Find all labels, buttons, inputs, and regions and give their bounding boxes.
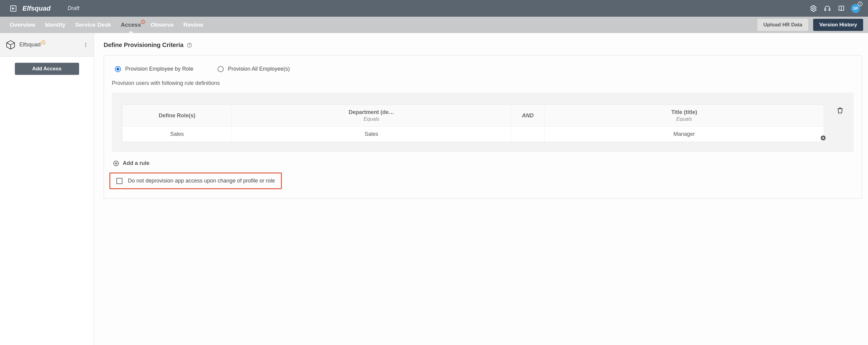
add-access-button[interactable]: Add Access — [15, 63, 79, 75]
col-header-and: AND — [511, 105, 544, 126]
svg-point-19 — [86, 46, 86, 47]
docs-book-icon[interactable] — [837, 4, 845, 13]
svg-point-16 — [43, 43, 44, 44]
help-icon[interactable] — [187, 43, 192, 48]
tab-identity[interactable]: Identity — [45, 17, 66, 33]
col-header-title: Title (title) Equals — [544, 105, 824, 126]
svg-point-17 — [86, 43, 86, 44]
tab-observe[interactable]: Observe — [151, 17, 174, 33]
radio-provision-by-role[interactable]: Provision Employee by Role — [115, 66, 193, 72]
status-label: Draft — [68, 5, 80, 11]
svg-rect-4 — [829, 9, 830, 10]
col-header-department: Department (de… Equals — [231, 105, 511, 126]
main-content: Define Provisioning Criteria Provision E… — [94, 33, 868, 345]
add-rule-button[interactable]: Add a rule — [112, 160, 854, 166]
col-header-role: Define Role(s) — [122, 105, 231, 126]
rule-table: Define Role(s) Department (de… Equals AN… — [122, 104, 824, 142]
svg-point-18 — [86, 44, 86, 45]
radio-all-control[interactable] — [218, 66, 224, 72]
tab-nav: Overview Identity Service Desk Access Ob… — [0, 17, 868, 33]
svg-point-8 — [860, 4, 861, 5]
sidebar-app-item[interactable]: Elfsquad — [0, 33, 94, 57]
upload-hr-data-button[interactable]: Upload HR Data — [757, 19, 808, 31]
tab-access-alert-icon — [141, 20, 145, 24]
back-icon[interactable] — [9, 4, 18, 13]
tab-overview[interactable]: Overview — [10, 17, 35, 33]
cell-department[interactable]: Sales — [231, 127, 511, 142]
avatar-alert-icon — [858, 1, 863, 6]
settings-gear-icon[interactable] — [809, 4, 818, 13]
rule-row: Sales Sales Manager — [122, 126, 824, 142]
top-bar: Elfsquad Draft SP — [0, 0, 868, 17]
version-history-button[interactable]: Version History — [813, 19, 863, 31]
deprovision-label: Do not deprovision app access upon chang… — [128, 178, 275, 184]
deprovision-option-highlight: Do not deprovision app access upon chang… — [110, 172, 282, 189]
radio-provision-all[interactable]: Provision All Employee(s) — [218, 66, 290, 72]
app-cube-icon — [5, 40, 16, 50]
tab-service-desk[interactable]: Service Desk — [75, 17, 111, 33]
tab-review[interactable]: Review — [183, 17, 203, 33]
radio-by-role-label: Provision Employee by Role — [125, 66, 193, 72]
add-rule-label: Add a rule — [123, 160, 149, 166]
add-condition-icon[interactable] — [820, 135, 826, 141]
add-rule-plus-icon — [113, 160, 119, 166]
radio-by-role-control[interactable] — [115, 66, 121, 72]
criteria-panel: Provision Employee by Role Provision All… — [104, 55, 862, 198]
radio-all-label: Provision All Employee(s) — [228, 66, 290, 72]
deprovision-checkbox[interactable] — [116, 178, 122, 184]
sidebar-app-name: Elfsquad — [20, 41, 41, 48]
rule-block: Define Role(s) Department (de… Equals AN… — [112, 92, 854, 152]
cell-role[interactable]: Sales — [122, 127, 231, 142]
tab-access-label: Access — [121, 22, 141, 28]
brand-name: Elfsquad — [23, 4, 51, 12]
tab-access[interactable]: Access — [121, 17, 141, 33]
cell-and-spacer — [511, 127, 544, 142]
page-title: Define Provisioning Criteria — [104, 41, 183, 49]
sidebar: Elfsquad Add Access — [0, 33, 94, 345]
svg-point-2 — [812, 7, 814, 9]
svg-rect-3 — [825, 9, 826, 10]
svg-point-21 — [189, 46, 190, 47]
svg-point-11 — [143, 23, 143, 23]
delete-rule-icon[interactable] — [837, 107, 843, 114]
support-headset-icon[interactable] — [823, 4, 832, 13]
rule-intro-text: Provision users with following rule defi… — [112, 80, 854, 86]
sidebar-item-menu-icon[interactable] — [82, 41, 89, 49]
cell-title[interactable]: Manager — [544, 127, 824, 142]
sidebar-app-alert-icon — [41, 40, 45, 44]
